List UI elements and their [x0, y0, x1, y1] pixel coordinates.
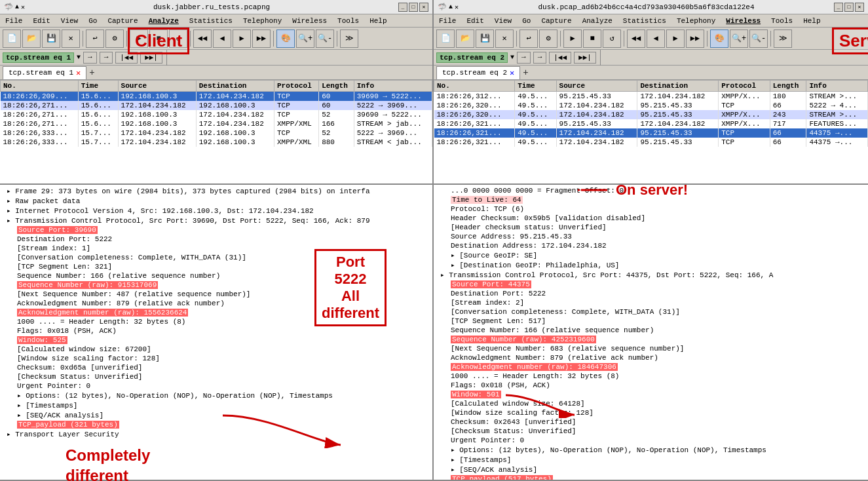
menu-capture-left[interactable]: Capture [105, 16, 140, 26]
filter-rr-left[interactable]: ▶▶| [140, 52, 162, 64]
left-detail-line[interactable]: Urgent Pointer: 0 [1, 381, 431, 391]
right-detail-line[interactable]: Source Address: 95.215.45.33 [435, 232, 867, 241]
right-detail-line[interactable]: [Header checksum status: Unverified] [435, 223, 867, 232]
left-detail-line[interactable]: [TCP Segment Len: 321] [1, 262, 431, 271]
tb-restart-left[interactable]: ↺ [169, 29, 187, 48]
menu-tools-right[interactable]: Tools [768, 16, 795, 26]
tb-settings-right[interactable]: ⚙ [539, 29, 557, 48]
filter-ll-left[interactable]: |◀◀ [115, 52, 138, 64]
menu-analyze-right[interactable]: Analyze [580, 16, 615, 26]
filter-dropdown-left[interactable]: ▼ [77, 54, 81, 61]
right-detail-line[interactable]: Window: 501 [435, 390, 867, 399]
left-detail-line[interactable]: ▸ Frame 29: 373 bytes on wire (2984 bits… [1, 186, 431, 196]
menu-capture-right[interactable]: Capture [538, 16, 574, 26]
left-detail-line[interactable]: ▸ Transmission Control Protocol, Src Por… [1, 216, 431, 225]
tb-next-right[interactable]: ▶ [666, 29, 685, 48]
tb-new-right[interactable]: 📄 [436, 29, 455, 48]
tb-zoom-out-left[interactable]: 🔍- [316, 29, 334, 48]
stream-tab-close-left[interactable]: ✕ [76, 68, 81, 78]
right-detail-line[interactable]: 1000 .... = Header Length: 32 bytes (8) [435, 372, 867, 381]
left-detail-line[interactable]: [Window size scaling factor: 128] [1, 354, 431, 363]
right-detail-line[interactable]: [Next Sequence Number: 683 (relative seq… [435, 344, 867, 353]
right-packet-row[interactable]: 18:26:26,320...49.5...172.104.234.18295.… [434, 110, 868, 119]
tb-colorize-left[interactable]: 🎨 [276, 29, 295, 48]
tb-prev-right[interactable]: ◀ [647, 29, 665, 48]
right-detail-line[interactable]: Urgent Pointer: 0 [435, 436, 867, 445]
right-detail-line[interactable]: Protocol: TCP (6) [435, 204, 867, 214]
menu-wireless-left[interactable]: Wireless [290, 16, 330, 26]
right-detail-line[interactable]: Header Checksum: 0x59b5 [validation disa… [435, 214, 867, 223]
left-detail-line[interactable]: Window: 525 [1, 336, 431, 345]
left-detail-line[interactable]: ▸ Transport Layer Security [1, 429, 431, 439]
menu-go-left[interactable]: Go [86, 16, 100, 26]
tb-back-right[interactable]: ◀◀ [627, 29, 645, 48]
left-detail-line[interactable]: Acknowledgment number (raw): 1556236624 [1, 308, 431, 317]
tb-save-left[interactable]: 💾 [42, 29, 60, 48]
left-detail-line[interactable]: ▸ [SEQ/ACK analysis] [1, 410, 431, 420]
left-detail-line[interactable]: ▸ Internet Protocol Version 4, Src: 192.… [1, 206, 431, 216]
right-detail-line[interactable]: ▸ [Source GeoIP: SE] [435, 250, 867, 260]
left-detail-line[interactable]: Acknowledgment Number: 879 (relative ack… [1, 299, 431, 308]
stream-tab-add-right[interactable]: + [523, 67, 528, 78]
menu-analyze-left[interactable]: Analyze [146, 16, 181, 26]
filter-arrow-left[interactable]: → [83, 52, 97, 64]
tb-zoom-out-right[interactable]: 🔍- [749, 29, 768, 48]
menu-tools-left[interactable]: Tools [335, 16, 362, 26]
tb-stop-left[interactable]: ■ [149, 29, 168, 48]
right-detail-line[interactable]: ▸ Options: (12 bytes), No-Operation (NOP… [435, 445, 867, 455]
stream-tab-add-left[interactable]: + [89, 67, 94, 78]
right-packet-row[interactable]: 18:26:26,321...49.5...95.215.45.33172.10… [434, 119, 868, 128]
right-detail-line[interactable]: Flags: 0x018 (PSH, ACK) [435, 381, 867, 390]
menu-edit-left[interactable]: Edit [30, 16, 52, 26]
left-detail-line[interactable]: ▸ Raw packet data [1, 196, 431, 206]
right-detail-line[interactable]: Time to Live: 64 [435, 195, 867, 204]
filter-arrow-right[interactable]: → [517, 52, 531, 64]
left-detail-line[interactable]: ▸ Options: (12 bytes), No-Operation (NOP… [1, 391, 431, 400]
menu-view-left[interactable]: View [58, 16, 81, 26]
menu-telephony-left[interactable]: Telephony [240, 16, 284, 26]
filter-rr-right[interactable]: ▶▶| [574, 52, 596, 64]
left-detail-line[interactable]: TCP_payload (321 bytes) [1, 420, 431, 429]
left-packet-row[interactable]: 18:26:26,209...15.6...192.168.100.3172.1… [1, 92, 432, 102]
right-detail-line[interactable]: Source Port: 44375 [435, 280, 867, 289]
right-detail-line[interactable]: ▸ [Timestamps] [435, 455, 867, 465]
right-detail-line[interactable]: ▸ Transmission Control Protocol, Src Por… [435, 270, 867, 280]
right-detail-line[interactable]: Sequence Number (raw): 4252319600 [435, 335, 867, 344]
left-packet-list[interactable]: No. Time Source Destination Protocol Len… [0, 80, 432, 185]
left-detail-line[interactable]: Flags: 0x018 (PSH, ACK) [1, 326, 431, 336]
right-packet-detail[interactable]: ...0 0000 0000 0000 = Fragment Offset: 0… [434, 185, 868, 481]
tb-reload-left[interactable]: ↩ [86, 29, 104, 48]
left-detail-line[interactable]: [Stream index: 1] [1, 244, 431, 253]
tb-more-left[interactable]: ≫ [340, 29, 358, 48]
tb-new-left[interactable]: 📄 [3, 29, 21, 48]
tb-fwd-left[interactable]: ▶▶ [252, 29, 271, 48]
left-packet-row[interactable]: 18:26:26,271...15.6...192.168.100.3172.1… [1, 119, 432, 128]
left-packet-detail[interactable]: ▸ Frame 29: 373 bytes on wire (2984 bits… [0, 185, 432, 481]
tb-close-left[interactable]: ✕ [62, 29, 80, 48]
tb-save-right[interactable]: 💾 [476, 29, 494, 48]
menu-file-right[interactable]: File [436, 16, 459, 26]
right-detail-line[interactable]: TCP payload (517 bytes) [435, 474, 867, 481]
tb-open-right[interactable]: 📂 [456, 29, 474, 48]
close-btn-right[interactable]: ✕ [855, 3, 864, 12]
left-packet-row[interactable]: 18:26:26,333...15.7...172.104.234.182192… [1, 128, 432, 138]
right-detail-line[interactable]: [Checksum Status: Unverified] [435, 427, 867, 436]
left-detail-line[interactable]: Sequence Number: 166 (relative sequence … [1, 271, 431, 280]
right-detail-line[interactable]: ▸ [Destination GeoIP: Philadelphia, US] [435, 260, 867, 270]
left-detail-line[interactable]: [Next Sequence Number: 487 (relative seq… [1, 290, 431, 299]
left-detail-line[interactable]: Checksum: 0xd65a [unverified] [1, 363, 431, 372]
left-packet-row[interactable]: 18:26:26,271...15.6...192.168.100.3172.1… [1, 110, 432, 119]
left-detail-line[interactable]: [Calculated window size: 67200] [1, 345, 431, 354]
right-detail-line[interactable]: ▸ [SEQ/ACK analysis] [435, 465, 867, 474]
right-detail-line[interactable]: Destination Address: 172.104.234.182 [435, 241, 867, 250]
stream-tab-left[interactable]: tcp.stream eq 1 ✕ [3, 66, 86, 79]
tb-next-left[interactable]: ▶ [233, 29, 251, 48]
right-packet-row[interactable]: 18:26:26,312...49.5...95.215.45.33172.10… [434, 92, 868, 102]
right-detail-line[interactable]: Destination Port: 5222 [435, 289, 867, 298]
menu-file-left[interactable]: File [3, 16, 25, 26]
tb-prev-left[interactable]: ◀ [213, 29, 231, 48]
minimize-btn-left[interactable]: _ [398, 3, 407, 12]
right-detail-line[interactable]: Acknowledgment number (raw): 184647306 [435, 362, 867, 372]
restore-btn-left[interactable]: □ [409, 3, 418, 12]
left-detail-line[interactable]: Sequence Number (raw): 915317069 [1, 280, 431, 290]
